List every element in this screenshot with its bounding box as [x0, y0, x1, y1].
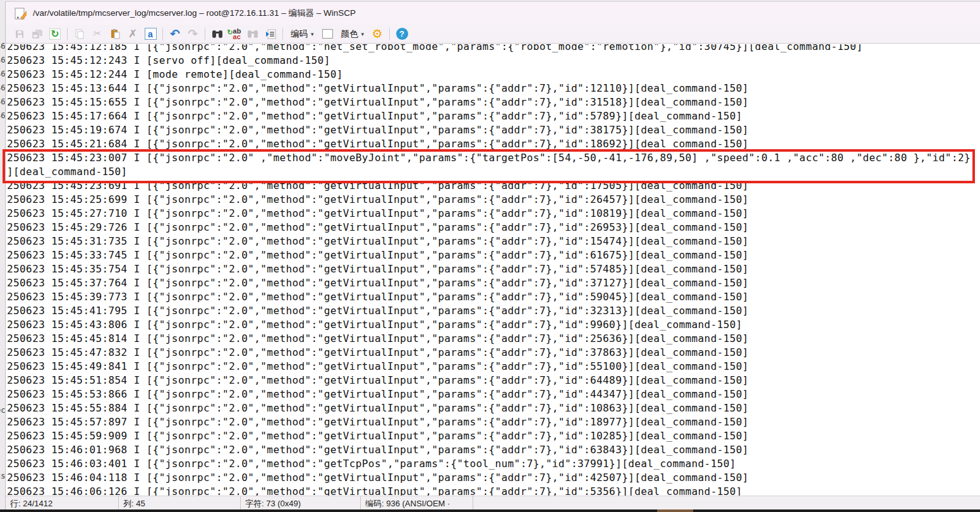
- help-button[interactable]: ?: [393, 26, 411, 42]
- select-all-button[interactable]: a: [142, 26, 159, 42]
- delete-button[interactable]: ✗: [124, 26, 142, 42]
- encoding-dropdown[interactable]: 编码 ▾: [286, 27, 318, 42]
- chevron-down-icon: ▾: [311, 31, 314, 37]
- encoding-label: 编码: [291, 28, 308, 40]
- find-next-icon: [247, 29, 258, 39]
- log-line: 250623 15:45:49:841 I [{"jsonrpc":"2.0",…: [7, 360, 980, 374]
- redo-icon: ↷: [188, 28, 198, 40]
- color-dropdown[interactable]: 颜色 ▾: [337, 27, 369, 42]
- copy-icon: [75, 29, 85, 39]
- cut-button[interactable]: ✂: [88, 26, 106, 42]
- chevron-down-icon: ▾: [361, 31, 365, 37]
- log-line: 250623 15:46:06:126 I [{"jsonrpc":"2.0",…: [7, 485, 980, 496]
- winscp-editor-window: /var/volatile/tmp/mcserver_log/mcserver.…: [5, 1, 980, 509]
- log-line: 250623 15:45:47:832 I [{"jsonrpc":"2.0",…: [7, 346, 980, 360]
- log-line: 250623 15:45:45:814 I [{"jsonrpc":"2.0",…: [7, 332, 980, 346]
- log-line: 250623 15:45:21:684 I [{"jsonrpc":"2.0",…: [7, 137, 980, 151]
- edit-file-icon: [15, 8, 27, 20]
- log-line: 250623 15:45:17:664 I [{"jsonrpc":"2.0",…: [7, 109, 980, 123]
- status-encoding: 编码: 936 (ANSI/OEM ·: [361, 496, 473, 509]
- status-bar: 行: 24/1412 列: 45 字符: 73 (0x49) 编码: 936 (…: [6, 496, 980, 509]
- log-lines: 250623 15:45:12:185 I [{"jsonrpc":"2.0",…: [6, 44, 980, 496]
- copy-button[interactable]: [71, 26, 88, 42]
- toolbar-separator: [205, 28, 205, 40]
- toolbar: ↻ ✂ ✗ a ↶ ↷ ↻ ab: [6, 25, 980, 44]
- log-line: 250623 15:45:43:806 I [{"jsonrpc":"2.0",…: [7, 318, 980, 332]
- log-line: 250623 15:45:23:691 I [{"jsonrpc":"2.0",…: [7, 179, 980, 193]
- select-all-icon: a: [145, 28, 157, 40]
- status-line-number: 行: 24/1412: [6, 496, 119, 509]
- cut-icon: ✂: [94, 29, 102, 39]
- log-line: 250623 15:45:35:754 I [{"jsonrpc":"2.0",…: [7, 262, 980, 276]
- log-line: 250623 15:45:31:735 I [{"jsonrpc":"2.0",…: [7, 235, 980, 248]
- status-character: 字符: 73 (0x49): [241, 496, 361, 509]
- save-icon: [15, 29, 25, 39]
- redo-button[interactable]: ↷: [184, 26, 202, 42]
- status-filler: [473, 496, 980, 509]
- gear-icon: ⚙: [372, 28, 383, 40]
- reload-icon: ↻: [49, 28, 60, 40]
- log-line: 250623 15:45:59:909 I [{"jsonrpc":"2.0",…: [7, 429, 980, 443]
- log-line: 250623 15:45:55:884 I [{"jsonrpc":"2.0",…: [7, 401, 980, 415]
- replace-button[interactable]: ↻ ab ac: [226, 26, 244, 42]
- save-button[interactable]: [11, 26, 28, 42]
- log-line: 250623 15:46:04:118 I [{"jsonrpc":"2.0",…: [7, 471, 980, 485]
- save-as-button[interactable]: [28, 26, 46, 42]
- undo-button[interactable]: ↶: [166, 26, 184, 42]
- reload-button[interactable]: ↻: [46, 26, 64, 42]
- paste-icon: [110, 28, 120, 39]
- help-icon: ?: [396, 28, 408, 40]
- log-line: 250623 15:45:12:244 I [mode remote][deal…: [7, 68, 980, 82]
- status-column: 列: 45: [119, 496, 241, 509]
- log-line: 250623 15:45:13:644 I [{"jsonrpc":"2.0",…: [7, 82, 980, 95]
- log-line: 250623 15:45:23:007 I [{"jsonrpc":"2.0" …: [7, 151, 980, 165]
- toolbar-separator: [389, 28, 390, 40]
- log-line: 250623 15:45:37:764 I [{"jsonrpc":"2.0",…: [7, 276, 980, 290]
- toolbar-separator: [162, 28, 163, 40]
- color-label: 颜色: [341, 28, 358, 40]
- color-swatch: [322, 29, 333, 39]
- log-line: 250623 15:45:12:243 I [servo off][deal_c…: [7, 54, 980, 68]
- find-icon: [212, 29, 223, 39]
- window-title: /var/volatile/tmp/mcserver_log/mcserver.…: [33, 8, 356, 19]
- taskbar-strip: [0, 509, 980, 512]
- titlebar: /var/volatile/tmp/mcserver_log/mcserver.…: [6, 2, 980, 25]
- log-line: 250623 15:45:15:655 I [{"jsonrpc":"2.0",…: [7, 95, 980, 109]
- find-button[interactable]: [209, 26, 226, 42]
- log-line: 250623 15:45:41:795 I [{"jsonrpc":"2.0",…: [7, 304, 980, 318]
- log-line: 250623 15:45:57:897 I [{"jsonrpc":"2.0",…: [7, 415, 980, 429]
- log-line: 250623 15:45:19:674 I [{"jsonrpc":"2.0",…: [7, 123, 980, 137]
- log-line: 250623 15:46:01:968 I [{"jsonrpc":"2.0",…: [7, 443, 980, 457]
- log-line: 250623 15:45:25:699 I [{"jsonrpc":"2.0",…: [7, 193, 980, 207]
- go-to-line-icon: [265, 29, 276, 39]
- undo-icon: ↶: [170, 28, 180, 40]
- toolbar-separator: [67, 28, 68, 40]
- go-to-line-button[interactable]: [262, 26, 279, 42]
- find-next-button[interactable]: [244, 26, 262, 42]
- preferences-button[interactable]: ⚙: [368, 26, 386, 42]
- log-line: 250623 15:45:33:745 I [{"jsonrpc":"2.0",…: [7, 248, 980, 262]
- log-line: 250623 15:45:39:773 I [{"jsonrpc":"2.0",…: [7, 290, 980, 304]
- log-line: 250623 15:46:03:401 I [{"jsonrpc":"2.0",…: [7, 457, 980, 471]
- log-line: 250623 15:45:27:710 I [{"jsonrpc":"2.0",…: [7, 207, 980, 221]
- taskbar-chip: [657, 509, 693, 512]
- toolbar-separator: [282, 28, 283, 40]
- replace-icon: ↻ ab ac: [229, 28, 241, 40]
- log-line: ][deal_command-150]: [7, 165, 980, 179]
- log-line: 250623 15:45:53:866 I [{"jsonrpc":"2.0",…: [7, 387, 980, 401]
- save-as-icon: [32, 29, 43, 39]
- paste-button[interactable]: [106, 26, 124, 42]
- log-line: 250623 15:45:12:185 I [{"jsonrpc":"2.0",…: [7, 44, 980, 54]
- log-line: 250623 15:45:29:726 I [{"jsonrpc":"2.0",…: [7, 221, 980, 235]
- delete-icon: ✗: [128, 28, 137, 39]
- log-line: 250623 15:45:51:854 I [{"jsonrpc":"2.0",…: [7, 374, 980, 387]
- editor-text-area[interactable]: 250623 15:45:12:185 I [{"jsonrpc":"2.0",…: [6, 44, 980, 496]
